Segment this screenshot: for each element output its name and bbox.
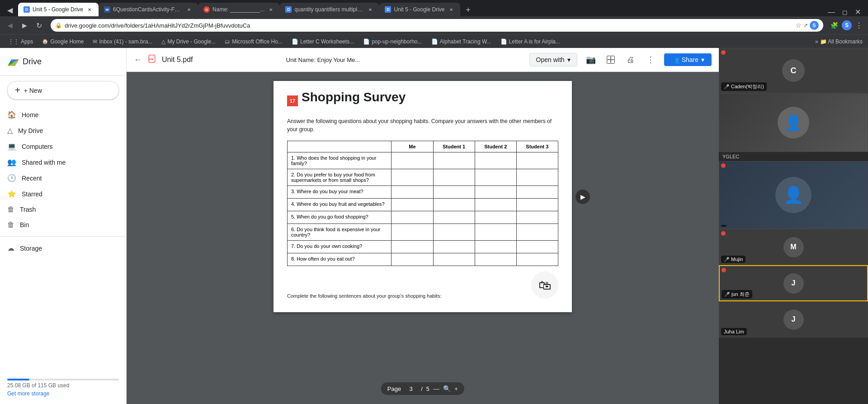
file-area: Shared 🔍 ⊞ ℹ ⚙ Name Owner Last modificat… <box>127 48 719 404</box>
survey-cell-7-3 <box>475 241 516 253</box>
pdf-more-btn[interactable]: ⋮ <box>642 52 659 68</box>
sidebar-item-storage[interactable]: ☁ Storage <box>0 240 119 256</box>
bookmark-mydrive[interactable]: △ My Drive - Google... <box>159 38 218 46</box>
survey-cell-7-4 <box>516 241 558 253</box>
presenter-video: 👤 <box>719 162 868 228</box>
bookmark-office[interactable]: 🗂 Microsoft Office Ho... <box>222 38 285 46</box>
tab-6question[interactable]: W 6QuestionCardsActivity-Food... ✕ <box>99 3 198 16</box>
more-options-icon[interactable]: ⋮ <box>854 19 864 32</box>
caden-name-badge: 🎤 Caden(박정리) <box>721 82 767 91</box>
bookmark-inbox[interactable]: ✉ Inbox (41) - sam.bra... <box>90 38 155 46</box>
pdf-nav-bar: Page / 5 — 🔍 + <box>381 382 464 395</box>
zoom-in-btn[interactable]: + <box>454 385 458 392</box>
bookmark-lettera[interactable]: 📄 Letter A is for Airpla... <box>498 38 563 46</box>
pdf-print-btn[interactable]: 🖨 <box>623 52 639 68</box>
new-button[interactable]: + + New <box>7 81 119 100</box>
pdf-add-btn[interactable] <box>603 52 619 68</box>
mascot-image: 🛍 <box>531 271 558 299</box>
extensions-icon[interactable]: 🧩 <box>829 20 840 31</box>
tab-unit5-drive[interactable]: D Unit 5 - Google Drive ✕ <box>18 3 99 16</box>
sidebar-item-mydrive[interactable]: △ My Drive <box>0 123 119 138</box>
tab-name[interactable]: G Name: __________... ✕ <box>198 3 280 16</box>
back-button[interactable]: ◀ <box>4 19 16 32</box>
tab-close-5[interactable]: ✕ <box>448 6 455 13</box>
bookmark-letterc[interactable]: 📄 Letter C Worksheets... <box>289 38 357 46</box>
restore-button[interactable]: ◻ <box>842 9 848 16</box>
sidebar-item-shared[interactable]: 👥 Shared with me <box>0 154 119 170</box>
bookmark-alphabet[interactable]: 📄 Alphabet Tracing W... <box>429 38 494 46</box>
main-area: Drive + + New 🏠 Home △ My Drive 💻 Comput… <box>0 48 868 404</box>
bookmark-apps[interactable]: ⋮⋮ Apps <box>5 38 36 46</box>
mujin-name-badge: 🎤 Mujin <box>721 256 745 263</box>
bookmarks-more: » 📁 All Bookmarks <box>815 38 863 45</box>
sidebar-item-home[interactable]: 🏠 Home <box>0 107 119 123</box>
survey-question-3: 3. Where do you buy your meat? <box>288 186 392 199</box>
sidebar-item-bin[interactable]: 🗑 Bin <box>0 217 119 233</box>
drive-app-title: Drive <box>23 57 42 67</box>
tab-quantity[interactable]: D quantity quantifiers multiple c... ✕ <box>280 3 379 16</box>
open-with-button[interactable]: Open with ▾ <box>529 53 577 67</box>
pdf-content[interactable]: 17 Shopping Survey Answer the following … <box>127 72 719 404</box>
share-button[interactable]: 👥 Share ▾ <box>664 53 712 66</box>
sidebar-item-computers[interactable]: 💻 Computers <box>0 138 119 154</box>
caden-avatar: C <box>782 59 805 82</box>
survey-cell-2-3 <box>475 169 516 186</box>
tab-favicon-2: W <box>104 6 110 13</box>
pdf-camera-btn[interactable]: 📷 <box>583 52 599 68</box>
page-instruction: Answer the following questions about you… <box>287 117 558 133</box>
caden-status-dot <box>721 50 726 55</box>
tab-unit5-2[interactable]: D Unit 5 - Google Drive ✕ <box>379 3 460 16</box>
tab-share-icon[interactable]: ↗ <box>803 22 808 29</box>
table-header-student3: Student 3 <box>516 141 558 152</box>
tab-close-2[interactable]: ✕ <box>185 6 193 13</box>
juha-avatar: J <box>783 309 804 330</box>
zoom-search-icon[interactable]: 🔍 <box>443 385 451 392</box>
page-number-badge: 17 <box>287 95 298 106</box>
tab-close-1[interactable]: ✕ <box>86 6 93 13</box>
survey-cell-1-3 <box>475 152 516 169</box>
table-header-student1: Student 1 <box>433 141 475 152</box>
all-bookmarks-btn[interactable]: 📁 All Bookmarks <box>820 38 863 45</box>
mujin-mic-icon: 🎤 <box>724 257 729 262</box>
pdf-page-container: 17 Shopping Survey Answer the following … <box>274 81 572 312</box>
page-main-title: Shopping Survey <box>302 90 406 105</box>
address-bar[interactable]: 🔒 drive.google.com/drive/folders/1aHAmaH… <box>51 19 823 32</box>
pdf-back-button[interactable]: ← <box>134 55 142 65</box>
survey-question-1: 1. Who does the food shopping in your fa… <box>288 152 392 169</box>
zoom-out-btn[interactable]: — <box>433 385 439 392</box>
forward-button[interactable]: ▶ <box>18 19 31 32</box>
survey-cell-5-4 <box>516 211 558 224</box>
bookmark-google-home[interactable]: 🏠 Google Home <box>39 38 86 46</box>
page-of: / <box>421 385 423 392</box>
mujin-avatar: M <box>783 237 804 257</box>
pdf-next-arrow[interactable]: ▶ <box>576 190 590 204</box>
pdf-title: Unit 5.pdf <box>162 56 281 64</box>
refresh-button[interactable]: ↻ <box>33 19 45 32</box>
minimize-button[interactable]: — <box>828 8 835 16</box>
tab-title-2: 6QuestionCardsActivity-Food... <box>113 6 183 13</box>
tab-title-1: Unit 5 - Google Drive <box>33 6 83 13</box>
survey-cell-8-2 <box>433 253 475 266</box>
bookmarks-bar: ⋮⋮ Apps 🏠 Google Home ✉ Inbox (41) - sam… <box>0 34 868 48</box>
alphabet-favicon: 📄 <box>431 38 438 45</box>
tab-back-btn[interactable]: ◀ <box>4 4 16 16</box>
survey-table: Me Student 1 Student 2 Student 3 1. Who … <box>287 141 558 266</box>
profile-avatar[interactable]: S <box>842 20 852 30</box>
pdf-page-input[interactable] <box>405 385 417 392</box>
new-tab-button[interactable]: + <box>462 4 475 16</box>
get-more-storage-btn[interactable]: Get more storage <box>7 390 119 397</box>
tab-bar: ◀ D Unit 5 - Google Drive ✕ W 6QuestionC… <box>0 0 868 16</box>
sidebar-item-recent[interactable]: 🕒 Recent <box>0 170 119 186</box>
profile-icon[interactable]: S <box>810 21 819 30</box>
sidebar-item-trash[interactable]: 🗑 Trash <box>0 202 119 217</box>
tab-close-4[interactable]: ✕ <box>367 6 374 13</box>
pdf-actions: 📷 🖨 ⋮ <box>583 52 659 68</box>
sidebar-item-starred[interactable]: ⭐ Starred <box>0 186 119 202</box>
bookmark-popup[interactable]: 📄 pop-up-neighborho... <box>360 38 425 46</box>
close-button[interactable]: ✕ <box>855 8 861 16</box>
drive-nav: 🏠 Home △ My Drive 💻 Computers 👥 Shared w… <box>0 105 126 379</box>
tab-close-3[interactable]: ✕ <box>267 6 274 13</box>
video-tile-presenter: 👤 <box>719 161 868 229</box>
bookmark-star-icon[interactable]: ☆ <box>796 22 802 29</box>
caden-mic-icon: 🎤 <box>724 84 729 89</box>
